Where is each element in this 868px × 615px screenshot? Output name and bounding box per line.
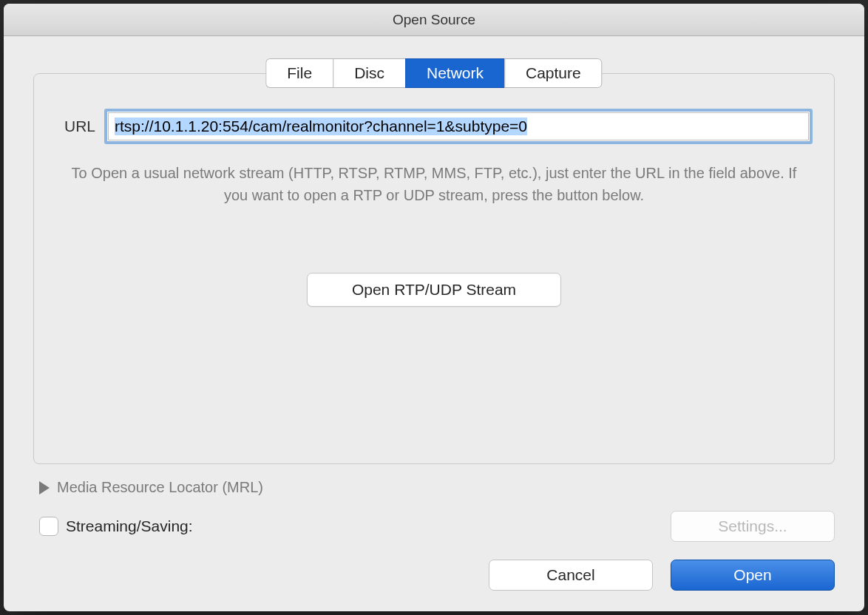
open-rtp-udp-button[interactable]: Open RTP/UDP Stream	[307, 273, 561, 307]
titlebar: Open Source	[4, 4, 864, 36]
streaming-saving-label: Streaming/Saving:	[66, 517, 193, 535]
bottom-buttons: Cancel Open	[33, 560, 835, 597]
mrl-label: Media Resource Locator (MRL)	[57, 479, 263, 496]
tab-capture-label: Capture	[526, 64, 581, 82]
url-row: URL	[55, 109, 813, 144]
tab-network-label: Network	[427, 64, 484, 82]
url-input[interactable]	[108, 112, 809, 140]
rtp-button-row: Open RTP/UDP Stream	[55, 273, 813, 307]
open-source-dialog: Open Source File Disc Network Capture	[4, 4, 864, 611]
settings-button: Settings...	[671, 511, 835, 542]
tab-frame: File Disc Network Capture URL	[33, 58, 835, 464]
tab-file-label: File	[287, 64, 312, 82]
streaming-saving-checkbox[interactable]	[39, 517, 58, 536]
window-title: Open Source	[393, 12, 475, 28]
url-input-focus-ring	[104, 109, 813, 144]
mrl-row: Media Resource Locator (MRL)	[39, 479, 835, 496]
tab-disc-label: Disc	[354, 64, 384, 82]
network-tab-content: URL To Open a usual network stream (HTTP…	[55, 103, 813, 449]
help-text: To Open a usual network stream (HTTP, RT…	[55, 162, 813, 206]
url-label: URL	[55, 118, 95, 135]
tab-disc[interactable]: Disc	[333, 58, 405, 88]
streaming-row: Streaming/Saving: Settings...	[39, 511, 835, 542]
disclosure-triangle-icon[interactable]	[39, 481, 50, 495]
tab-file[interactable]: File	[265, 58, 333, 88]
open-button[interactable]: Open	[671, 560, 835, 591]
tab-row: File Disc Network Capture	[265, 58, 602, 88]
cancel-button[interactable]: Cancel	[489, 560, 653, 591]
tab-network[interactable]: Network	[405, 58, 504, 88]
content-area: File Disc Network Capture URL	[4, 36, 864, 611]
tab-capture[interactable]: Capture	[504, 58, 603, 88]
